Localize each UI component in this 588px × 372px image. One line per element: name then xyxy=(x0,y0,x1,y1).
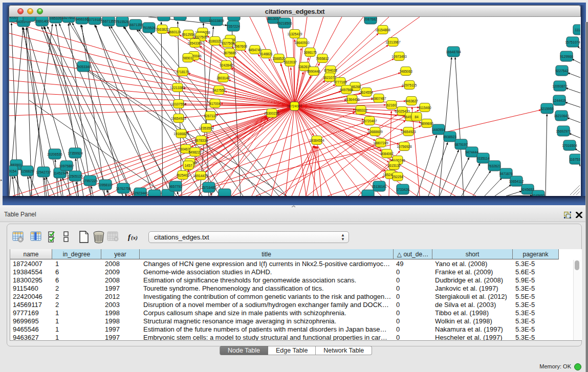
svg-text:9115460: 9115460 xyxy=(418,106,431,110)
svg-text:9657791: 9657791 xyxy=(169,185,182,188)
svg-text:10654112: 10654112 xyxy=(509,180,524,183)
svg-text:11325419: 11325419 xyxy=(288,32,302,36)
svg-text:8427552: 8427552 xyxy=(212,89,226,92)
svg-text:7357224: 7357224 xyxy=(227,25,240,28)
svg-text:20691406: 20691406 xyxy=(34,19,50,23)
svg-text:1615132: 1615132 xyxy=(387,164,401,167)
svg-text:1457: 1457 xyxy=(185,164,192,167)
svg-text:9146821: 9146821 xyxy=(259,52,273,56)
svg-text:6879197: 6879197 xyxy=(454,143,468,146)
svg-text:6466160: 6466160 xyxy=(75,17,89,21)
svg-text:2967608: 2967608 xyxy=(234,45,247,48)
svg-text:10107554: 10107554 xyxy=(171,102,186,106)
svg-text:16543362: 16543362 xyxy=(187,41,203,45)
svg-text:5498222: 5498222 xyxy=(188,150,202,154)
svg-text:1244419: 1244419 xyxy=(553,99,566,102)
svg-text:84: 84 xyxy=(415,115,419,119)
svg-text:98901: 98901 xyxy=(183,56,193,60)
svg-text:18724007: 18724007 xyxy=(287,104,302,108)
svg-text:10719185: 10719185 xyxy=(87,18,102,21)
svg-text:9245652: 9245652 xyxy=(532,194,545,196)
svg-text:8471676: 8471676 xyxy=(499,172,513,176)
svg-text:9474444: 9474444 xyxy=(465,150,478,154)
svg-text:1167533: 1167533 xyxy=(569,158,580,161)
svg-text:18640910: 18640910 xyxy=(294,41,310,45)
svg-text:25300235: 25300235 xyxy=(264,112,279,115)
svg-text:16648784: 16648784 xyxy=(446,50,461,54)
svg-text:15692971: 15692971 xyxy=(556,129,571,133)
svg-text:17016504: 17016504 xyxy=(562,144,577,147)
svg-text:17957225: 17957225 xyxy=(82,179,98,183)
svg-text:29053346: 29053346 xyxy=(76,65,91,69)
svg-text:7986322: 7986322 xyxy=(354,108,367,112)
svg-text:(x): (x) xyxy=(131,234,138,241)
svg-text:7955812: 7955812 xyxy=(316,57,329,60)
svg-text:39154: 39154 xyxy=(9,169,16,173)
svg-text:6497568: 6497568 xyxy=(340,88,353,92)
svg-text:8912954: 8912954 xyxy=(182,33,195,36)
svg-text:15136141: 15136141 xyxy=(372,185,387,188)
svg-text:7515526: 7515526 xyxy=(116,20,129,24)
svg-text:9084067: 9084067 xyxy=(380,152,394,156)
svg-text:12353594: 12353594 xyxy=(199,126,214,130)
svg-text:19654925: 19654925 xyxy=(171,117,186,120)
svg-text:9242848: 9242848 xyxy=(220,63,233,67)
svg-text:7515526: 7515526 xyxy=(142,26,156,30)
svg-text:19384554: 19384554 xyxy=(309,139,324,142)
svg-text:9227542: 9227542 xyxy=(555,69,569,73)
svg-text:10653267: 10653267 xyxy=(48,17,63,20)
svg-text:9463627: 9463627 xyxy=(405,99,418,103)
svg-text:12942737: 12942737 xyxy=(36,170,51,174)
svg-text:2087682: 2087682 xyxy=(364,17,377,21)
svg-text:10975887: 10975887 xyxy=(59,164,74,168)
svg-text:16671355: 16671355 xyxy=(128,23,143,27)
svg-text:16154808: 16154808 xyxy=(375,28,390,32)
svg-text:12093872: 12093872 xyxy=(552,84,568,88)
svg-text:11123: 11123 xyxy=(575,28,580,32)
svg-text:9327508: 9327508 xyxy=(221,41,234,45)
svg-text:8938923: 8938923 xyxy=(443,135,456,139)
svg-text:2718176: 2718176 xyxy=(176,70,189,74)
svg-text:3624554: 3624554 xyxy=(360,91,373,94)
svg-text:7632621: 7632621 xyxy=(488,164,501,168)
svg-text:1156829: 1156829 xyxy=(20,169,34,173)
svg-text:9335114: 9335114 xyxy=(476,157,490,160)
svg-text:8878334: 8878334 xyxy=(194,139,208,142)
svg-text:10756928: 10756928 xyxy=(397,145,412,148)
svg-text:9327505: 9327505 xyxy=(194,35,207,39)
svg-text:8660124: 8660124 xyxy=(168,30,181,34)
svg-text:1696175: 1696175 xyxy=(303,51,317,54)
svg-text:16033809: 16033809 xyxy=(209,19,224,23)
svg-text:8215955: 8215955 xyxy=(540,107,554,111)
svg-text:17359924: 17359924 xyxy=(68,151,83,155)
svg-text:62160: 62160 xyxy=(387,103,397,107)
svg-text:18807249: 18807249 xyxy=(373,141,388,145)
svg-text:8454749: 8454749 xyxy=(248,48,262,52)
svg-text:417004: 417004 xyxy=(209,102,221,105)
svg-text:1621072: 1621072 xyxy=(323,76,336,79)
svg-text:1145194: 1145194 xyxy=(53,171,67,175)
svg-text:16914479: 16914479 xyxy=(193,174,208,178)
svg-text:2803144: 2803144 xyxy=(216,76,230,80)
svg-text:8990448: 8990448 xyxy=(307,70,320,73)
svg-text:5322037: 5322037 xyxy=(284,60,297,64)
svg-text:7625402: 7625402 xyxy=(176,173,189,177)
svg-text:19654923: 19654923 xyxy=(401,130,416,134)
svg-text:20206536: 20206536 xyxy=(47,152,62,156)
svg-text:10688609: 10688609 xyxy=(367,130,383,134)
svg-text:19218506: 19218506 xyxy=(277,21,292,25)
svg-text:9899695: 9899695 xyxy=(420,122,433,125)
svg-text:12213383: 12213383 xyxy=(170,86,185,90)
svg-text:1588520: 1588520 xyxy=(272,57,286,60)
svg-text:9129966: 9129966 xyxy=(560,55,573,58)
svg-text:1733426: 1733426 xyxy=(396,188,409,191)
svg-text:1440954: 1440954 xyxy=(432,128,445,132)
svg-text:15716485: 15716485 xyxy=(201,186,216,189)
svg-text:16210643: 16210643 xyxy=(554,114,569,118)
svg-text:16762759: 16762759 xyxy=(116,187,131,190)
svg-text:10973493: 10973493 xyxy=(391,55,407,58)
svg-text:10807487: 10807487 xyxy=(371,97,386,100)
svg-text:21364436: 21364436 xyxy=(344,98,360,101)
svg-text:7663822: 7663822 xyxy=(156,28,169,31)
svg-text:10958107: 10958107 xyxy=(98,183,113,187)
